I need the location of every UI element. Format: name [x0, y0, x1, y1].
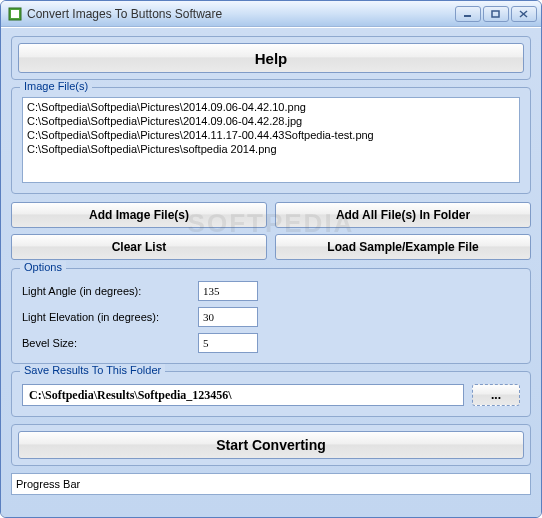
load-sample-button[interactable]: Load Sample/Example File	[275, 234, 531, 260]
svg-rect-1	[11, 10, 19, 18]
button-row-1: Add Image File(s) Add All File(s) In Fol…	[11, 202, 531, 228]
light-angle-input[interactable]	[198, 281, 258, 301]
add-folder-button[interactable]: Add All File(s) In Folder	[275, 202, 531, 228]
save-folder-row: ...	[22, 384, 520, 406]
app-icon	[7, 6, 23, 22]
client-area: SOFTPEDIA Help Image File(s) C:\Softpedi…	[1, 27, 541, 517]
progress-label: Progress Bar	[16, 478, 80, 490]
options-legend: Options	[20, 261, 66, 273]
save-path-input[interactable]	[22, 384, 464, 406]
filelist-box[interactable]: C:\Softpedia\Softpedia\Pictures\2014.09.…	[22, 97, 520, 183]
start-group: Start Converting	[11, 424, 531, 466]
help-group: Help	[11, 36, 531, 80]
button-row-2: Clear List Load Sample/Example File	[11, 234, 531, 260]
bevel-label: Bevel Size:	[22, 337, 192, 349]
bevel-row: Bevel Size:	[22, 333, 520, 353]
list-item[interactable]: C:\Softpedia\Softpedia\Pictures\2014.09.…	[27, 100, 515, 114]
maximize-button[interactable]	[483, 6, 509, 22]
light-elevation-label: Light Elevation (in degrees):	[22, 311, 192, 323]
progress-bar: Progress Bar	[11, 473, 531, 495]
save-folder-group: Save Results To This Folder ...	[11, 371, 531, 417]
clear-list-button[interactable]: Clear List	[11, 234, 267, 260]
minimize-button[interactable]	[455, 6, 481, 22]
filelist-legend: Image File(s)	[20, 80, 92, 92]
svg-rect-3	[492, 11, 499, 17]
window-controls	[455, 6, 537, 22]
help-button[interactable]: Help	[18, 43, 524, 73]
close-button[interactable]	[511, 6, 537, 22]
app-window: Convert Images To Buttons Software SOFTP…	[0, 0, 542, 518]
light-elevation-row: Light Elevation (in degrees):	[22, 307, 520, 327]
light-angle-label: Light Angle (in degrees):	[22, 285, 192, 297]
list-item[interactable]: C:\Softpedia\Softpedia\Pictures\2014.11.…	[27, 128, 515, 142]
options-group: Options Light Angle (in degrees): Light …	[11, 268, 531, 364]
bevel-input[interactable]	[198, 333, 258, 353]
list-item[interactable]: C:\Softpedia\Softpedia\Pictures\softpedi…	[27, 142, 515, 156]
light-angle-row: Light Angle (in degrees):	[22, 281, 520, 301]
titlebar: Convert Images To Buttons Software	[1, 1, 541, 27]
light-elevation-input[interactable]	[198, 307, 258, 327]
browse-button[interactable]: ...	[472, 384, 520, 406]
list-item[interactable]: C:\Softpedia\Softpedia\Pictures\2014.09.…	[27, 114, 515, 128]
start-converting-button[interactable]: Start Converting	[18, 431, 524, 459]
add-files-button[interactable]: Add Image File(s)	[11, 202, 267, 228]
save-folder-legend: Save Results To This Folder	[20, 364, 165, 376]
window-title: Convert Images To Buttons Software	[27, 7, 455, 21]
filelist-group: Image File(s) C:\Softpedia\Softpedia\Pic…	[11, 87, 531, 194]
